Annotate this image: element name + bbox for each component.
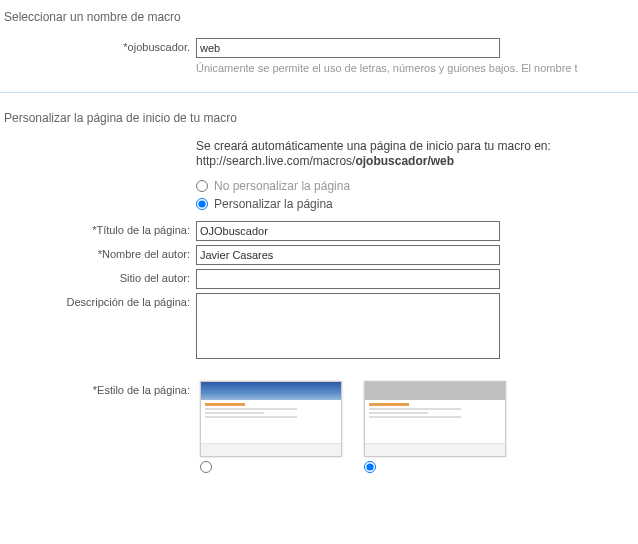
macro-name-input[interactable] [196,38,500,58]
style-radio-gray[interactable] [364,461,376,473]
radio-customize-row: Personalizar la página [196,197,634,211]
page-description-label: Descripción de la página: [4,293,196,308]
page-style-label: *Estilo de la página: [4,381,196,396]
radio-customize[interactable] [196,198,208,210]
info-url-bold: ojobuscador/web [355,154,454,168]
author-site-input[interactable] [196,269,500,289]
section-customize-title: Personalizar la página de inicio de tu m… [4,111,634,125]
radio-no-customize[interactable] [196,180,208,192]
author-site-label: Sitio del autor: [4,269,196,284]
author-name-label: *Nombre del autor: [4,245,196,260]
section-macro-name-title: Seleccionar un nombre de macro [4,10,634,24]
info-line1: Se creará automáticamente una página de … [196,139,551,153]
macro-name-row: *ojobuscador. [4,38,634,58]
style-thumbnail-blue[interactable] [200,381,342,457]
page-title-label: *Título de la página: [4,221,196,236]
section-divider [0,92,638,93]
radio-customize-label: Personalizar la página [214,197,333,211]
page-description-input[interactable] [196,293,500,359]
author-name-input[interactable] [196,245,500,265]
radio-no-customize-row: No personalizar la página [196,179,634,193]
auto-page-info: Se creará automáticamente una página de … [196,139,634,169]
macro-name-label: *ojobuscador. [4,38,196,53]
style-thumbnail-gray[interactable] [364,381,506,457]
style-radio-blue[interactable] [200,461,212,473]
page-title-input[interactable] [196,221,500,241]
info-url-prefix: http://search.live.com/macros/ [196,154,355,168]
macro-name-hint: Únicamente se permite el uso de letras, … [196,62,634,74]
radio-no-customize-label: No personalizar la página [214,179,350,193]
